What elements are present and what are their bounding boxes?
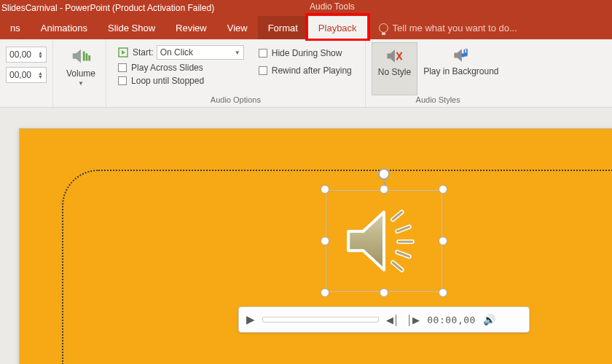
checkbox-icon <box>259 49 267 58</box>
svg-rect-2 <box>88 55 90 61</box>
document-title: SlidesCarnival - PowerPoint (Product Act… <box>0 3 214 13</box>
play-across-label: Play Across Slides <box>131 63 203 73</box>
audio-speaker-icon <box>339 200 429 282</box>
start-icon <box>118 47 130 58</box>
resize-handle-t[interactable] <box>380 185 388 194</box>
fade-in-value: 00,00 <box>9 50 31 60</box>
speaker-music-icon <box>451 45 471 66</box>
dropdown-arrow-icon: ▼ <box>78 80 84 87</box>
audio-object[interactable] <box>326 190 442 292</box>
spinner-arrows-icon[interactable]: ▲▼ <box>38 51 43 58</box>
start-label: Start: <box>133 47 154 58</box>
tab-review[interactable]: Review <box>165 16 217 39</box>
volume-icon <box>70 45 92 67</box>
tab-format[interactable]: Format <box>258 16 308 39</box>
tell-me-placeholder: Tell me what you want to do... <box>393 23 517 33</box>
title-bar: SlidesCarnival - PowerPoint (Product Act… <box>0 0 612 16</box>
start-value: On Click <box>160 47 193 58</box>
svg-rect-1 <box>86 53 88 60</box>
rewind-label: Rewind after Playing <box>272 66 352 76</box>
loop-until-stopped-checkbox[interactable]: Loop until Stopped <box>118 76 244 86</box>
hide-label: Hide During Show <box>272 48 342 58</box>
resize-handle-r[interactable] <box>439 237 447 245</box>
audio-options-group-label: Audio Options <box>112 95 359 106</box>
tab-slide-show[interactable]: Slide Show <box>98 16 165 39</box>
volume-label: Volume <box>66 68 95 79</box>
spinner-arrows-icon[interactable]: ▲▼ <box>38 71 43 79</box>
chevron-down-icon: ▼ <box>235 50 240 56</box>
group-label <box>59 95 100 106</box>
fade-out-input[interactable]: 00,00 ▲▼ <box>6 67 47 83</box>
rotation-handle[interactable] <box>378 168 390 180</box>
ribbon-tabs: ns Animations Slide Show Review View For… <box>0 16 612 39</box>
slide-canvas[interactable]: ▶ ◀│ │▶ 00:00,00 🔊 <box>19 128 612 364</box>
ribbon: 00,00 ▲▼ 00,00 ▲▼ Volume ▼ <box>0 39 612 108</box>
time-display: 00:00,00 <box>427 314 476 325</box>
loop-label: Loop until Stopped <box>131 76 204 86</box>
play-across-slides-checkbox[interactable]: Play Across Slides <box>118 63 244 73</box>
contextual-tab-label: Audio Tools <box>310 1 355 12</box>
play-bg-label: Play in Background <box>423 66 498 76</box>
resize-handle-bl[interactable] <box>321 288 329 297</box>
fade-in-input[interactable]: 00,00 ▲▼ <box>6 47 47 63</box>
resize-handle-tr[interactable] <box>439 185 447 194</box>
play-in-background-button[interactable]: Play in Background <box>417 42 504 95</box>
start-combo[interactable]: On Click ▼ <box>157 45 244 60</box>
resize-handle-l[interactable] <box>321 237 329 245</box>
fade-out-value: 00,00 <box>9 70 31 80</box>
tell-me-search[interactable]: Tell me what you want to do... <box>367 16 517 39</box>
svg-rect-0 <box>83 51 85 60</box>
no-style-label: No Style <box>378 67 411 77</box>
group-label <box>6 95 47 106</box>
checkbox-icon <box>259 66 267 75</box>
slide-workspace[interactable]: ▶ ◀│ │▶ 00:00,00 🔊 <box>0 108 612 364</box>
volume-button[interactable]: Volume ▼ <box>59 42 100 87</box>
rewind-after-playing-checkbox[interactable]: Rewind after Playing <box>259 66 352 76</box>
skip-forward-button[interactable]: │▶ <box>407 314 420 325</box>
resize-handle-b[interactable] <box>380 288 388 297</box>
resize-handle-tl[interactable] <box>321 185 329 194</box>
tab-transitions-partial[interactable]: ns <box>0 16 31 39</box>
play-button[interactable]: ▶ <box>246 313 255 326</box>
volume-icon[interactable]: 🔊 <box>483 314 495 325</box>
tab-playback[interactable]: Playback <box>308 16 367 39</box>
resize-handle-br[interactable] <box>439 288 447 297</box>
no-style-button[interactable]: No Style <box>372 42 417 95</box>
checkbox-icon <box>118 76 127 85</box>
checkbox-icon <box>118 63 127 72</box>
audio-styles-group-label: Audio Styles <box>372 95 505 106</box>
tab-view[interactable]: View <box>217 16 258 39</box>
seek-track[interactable] <box>262 317 379 323</box>
audio-mini-player: ▶ ◀│ │▶ 00:00,00 🔊 <box>238 306 530 333</box>
skip-back-button[interactable]: ◀│ <box>386 314 399 325</box>
tab-animations[interactable]: Animations <box>31 16 98 39</box>
hide-during-show-checkbox[interactable]: Hide During Show <box>259 48 352 58</box>
lightbulb-icon <box>379 23 388 33</box>
speaker-mute-icon <box>384 46 404 66</box>
